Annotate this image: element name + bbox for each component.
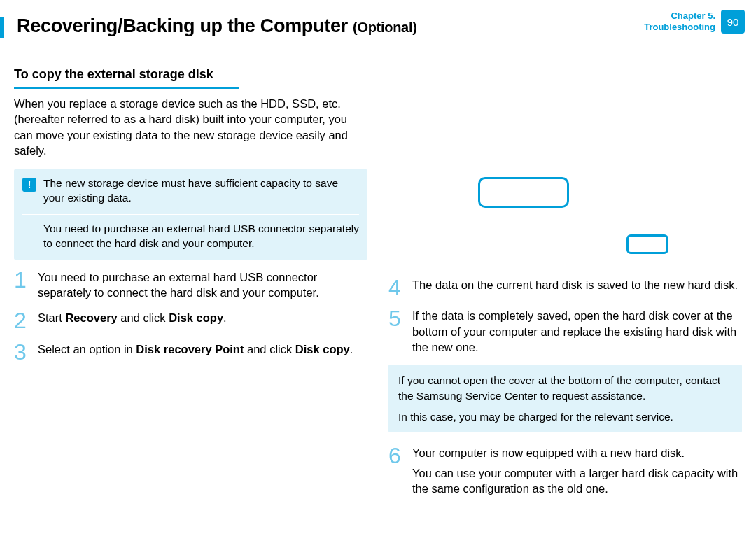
highlight-rect-small — [626, 234, 668, 254]
chapter-name: Troubleshooting — [644, 22, 715, 33]
page-number: 90 — [727, 16, 739, 28]
step-number-2: 2 — [14, 310, 31, 331]
note-box: ! The new storage device must have suffi… — [14, 169, 368, 260]
title-accent-bar — [0, 17, 4, 38]
step-4-text: The data on the current hard disk is sav… — [412, 277, 738, 298]
step-number-1: 1 — [14, 269, 31, 301]
title-optional: (Optional) — [353, 20, 416, 35]
step-number-6: 6 — [388, 445, 405, 496]
step-2-suf: . — [223, 311, 227, 324]
right-column: 4 The data on the current hard disk is s… — [388, 67, 742, 506]
step-3: 3 Select an option in Disk recovery Poin… — [14, 341, 368, 362]
note-text-2: You need to purchase an external hard US… — [22, 222, 359, 251]
step-3-text: Select an option in Disk recovery Point … — [38, 341, 353, 362]
info-box-p2: In this case, you may be charged for the… — [398, 409, 732, 425]
note-divider — [22, 214, 359, 215]
page-header: Recovering/Backing up the Computer (Opti… — [14, 15, 742, 53]
note-text-1: The new storage device must have suffici… — [43, 176, 359, 206]
chapter-label: Chapter 5. — [644, 10, 715, 22]
step-2-mid: and click — [118, 311, 169, 324]
section-subhead: To copy the external storage disk — [14, 67, 239, 89]
info-box-p1: If you cannot open the cover at the bott… — [398, 373, 732, 403]
step-5-text: If the data is completely saved, open th… — [412, 308, 742, 355]
step-5: 5 If the data is completely saved, open … — [388, 308, 742, 355]
step-3-bold-1: Disk recovery Point — [136, 343, 244, 355]
step-3-pre: Select an option in — [38, 343, 136, 355]
step-2-bold-1: Recovery — [65, 311, 117, 324]
step-number-4: 4 — [388, 277, 405, 298]
step-6: 6 Your computer is now equipped with a n… — [388, 445, 742, 496]
chapter-text: Chapter 5. Troubleshooting — [644, 10, 715, 34]
page-title: Recovering/Backing up the Computer (Opti… — [14, 15, 417, 37]
chapter-block: Chapter 5. Troubleshooting 90 — [644, 10, 745, 34]
step-4: 4 The data on the current hard disk is s… — [388, 277, 742, 298]
intro-paragraph: When you replace a storage device such a… — [14, 96, 368, 158]
step-2-text: Start Recovery and click Disk copy. — [38, 310, 227, 331]
note-row-1: ! The new storage device must have suffi… — [22, 176, 359, 206]
title-text: Recovering/Backing up the Computer — [17, 15, 348, 36]
step-3-bold-2: Disk copy — [295, 343, 350, 355]
step-3-suf: . — [350, 343, 354, 355]
info-box: If you cannot open the cover at the bott… — [388, 365, 742, 432]
step-3-mid: and click — [244, 343, 295, 355]
content-columns: To copy the external storage disk When y… — [14, 67, 742, 506]
step-6-p2: You can use your computer with a larger … — [412, 465, 742, 497]
left-column: To copy the external storage disk When y… — [14, 67, 368, 506]
step-2-bold-2: Disk copy — [169, 311, 223, 324]
step-2: 2 Start Recovery and click Disk copy. — [14, 310, 368, 331]
step-number-5: 5 — [388, 308, 405, 355]
step-number-3: 3 — [14, 341, 31, 362]
screenshot-figure — [388, 67, 742, 277]
step-1: 1 You need to purchase an external hard … — [14, 269, 368, 301]
step-2-pre: Start — [38, 311, 65, 324]
page-root: Recovering/Backing up the Computer (Opti… — [0, 0, 756, 536]
step-6-p1: Your computer is now equipped with a new… — [412, 445, 742, 460]
highlight-rect-large — [478, 177, 569, 208]
page-number-badge: 90 — [721, 10, 745, 34]
step-6-text: Your computer is now equipped with a new… — [412, 445, 742, 496]
step-1-text: You need to purchase an external hard US… — [38, 269, 368, 301]
exclamation-icon: ! — [22, 178, 36, 192]
